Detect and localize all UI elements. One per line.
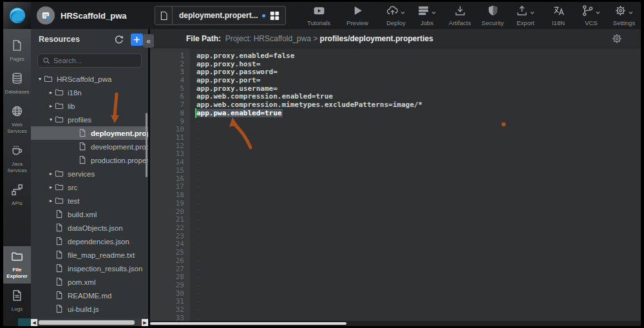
tree-item-deployment.properties[interactable]: deployment.properties: [31, 126, 148, 140]
code-line-5[interactable]: 5app.proxy.username=: [150, 84, 641, 93]
tree-item-dataObjects.json[interactable]: dataObjects.json: [31, 221, 148, 235]
artifacts-button[interactable]: Artifacts: [446, 5, 474, 26]
code-line-27[interactable]: 27-: [150, 265, 641, 273]
settings-button[interactable]: Settings: [610, 5, 638, 26]
code-line-9[interactable]: 9-: [150, 117, 641, 126]
code-line-22[interactable]: 22-: [150, 224, 641, 232]
chevron-right-icon[interactable]: ▸: [47, 90, 55, 95]
code-line-15[interactable]: 15-: [150, 166, 641, 175]
code-line-30[interactable]: 30-: [150, 289, 641, 298]
code-line-8[interactable]: 8app.pwa.enabled=true: [150, 109, 641, 117]
search-input[interactable]: [53, 57, 137, 64]
chevron-down-icon[interactable]: ▾: [47, 117, 55, 122]
tree-item-label: services: [68, 170, 95, 178]
code-line-24[interactable]: 24-: [150, 240, 641, 249]
line-number: 17: [150, 182, 190, 191]
resources-panel: Resources ▾HRScaffold_pwa▸i18: [31, 29, 148, 326]
tree-item-i18n[interactable]: ▸i18n: [31, 86, 148, 99]
code-line-13[interactable]: 13-: [150, 150, 641, 159]
chevron-down-icon[interactable]: ▾: [36, 76, 44, 82]
refresh-icon[interactable]: [113, 34, 124, 45]
code-line-28[interactable]: 28-: [150, 273, 641, 281]
code-line-23[interactable]: 23-: [150, 232, 641, 240]
tree-item-file_map_readme.txt[interactable]: file_map_readme.txt: [31, 248, 148, 262]
wavemaker-logo-icon: [8, 6, 27, 25]
tree-vertical-scrollbar[interactable]: [146, 113, 147, 177]
tree-item-test[interactable]: ▸test: [31, 194, 148, 207]
file-icon: [55, 277, 68, 287]
code-line-17[interactable]: 17-: [150, 183, 641, 191]
app-logo[interactable]: [3, 2, 31, 29]
code-line-16[interactable]: 16-: [150, 175, 641, 183]
tree-item-services[interactable]: ▸services: [31, 167, 148, 180]
code-line-21[interactable]: 21-: [150, 215, 641, 224]
sidebar-item-apis[interactable]: APIs: [3, 180, 31, 211]
chevron-right-icon[interactable]: ▸: [47, 184, 55, 190]
code-line-19[interactable]: 19-: [150, 199, 641, 207]
grid-icon[interactable]: [269, 10, 280, 21]
sidebar-item-web-services[interactable]: WebServices: [3, 101, 31, 139]
code-line-12[interactable]: 12-: [150, 142, 641, 150]
vcs-button[interactable]: VCS: [577, 5, 605, 26]
tree-item-build.xml[interactable]: build.xml: [31, 207, 148, 221]
scroll-left-icon[interactable]: ◀: [31, 319, 37, 326]
code-line-4[interactable]: 4app.proxy.port=: [150, 76, 641, 84]
tree-horizontal-scrollbar[interactable]: ◀ ▶: [31, 319, 148, 326]
add-resource-button[interactable]: [131, 34, 143, 46]
code-line-32[interactable]: 32-: [150, 305, 641, 314]
code-line-20[interactable]: 20-: [150, 207, 641, 216]
open-file-tab[interactable]: deployment.propert...: [155, 6, 286, 25]
line-number: 2: [150, 60, 190, 68]
export-button[interactable]: Export: [511, 5, 540, 26]
tree-item-ui-build.js[interactable]: ui-build.js: [31, 302, 148, 316]
code-area[interactable]: 1app.proxy.enabled=false2app.proxy.host=…: [150, 48, 641, 326]
code-line-2[interactable]: 2app.proxy.host=: [150, 60, 641, 68]
sidebar-item-databases[interactable]: Databases: [3, 68, 31, 99]
scroll-thumb[interactable]: [39, 320, 135, 325]
sidebar-item-pages[interactable]: Pages: [3, 35, 31, 66]
chevron-right-icon[interactable]: ▸: [47, 103, 55, 109]
action-label: Jobs: [421, 19, 433, 26]
tree-item-HRScaffold_pwa[interactable]: ▾HRScaffold_pwa: [31, 72, 148, 86]
code-line-29[interactable]: 29-: [150, 281, 641, 289]
tree-item-src[interactable]: ▸src: [31, 180, 148, 194]
code-line-10[interactable]: 10-: [150, 125, 641, 133]
code-line-25[interactable]: 25-: [150, 248, 641, 256]
file-icon: [78, 142, 91, 152]
code-line-31[interactable]: 31-: [150, 298, 641, 306]
code-line-3[interactable]: 3app.proxy.password=: [150, 68, 641, 76]
code-line-11[interactable]: 11-: [150, 133, 641, 142]
security-button[interactable]: Security: [478, 5, 507, 26]
tree-item-README.md[interactable]: README.md: [31, 289, 148, 302]
jobs-button[interactable]: Jobs: [413, 5, 441, 26]
action-label: Tutorials: [307, 19, 330, 26]
tree-item-pom.xml[interactable]: pom.xml: [31, 275, 148, 289]
project-switcher[interactable]: HRScaffold_pwa: [37, 6, 127, 24]
code-line-1[interactable]: 1app.proxy.enabled=false: [150, 52, 641, 60]
editor-settings-gear-icon[interactable]: [611, 33, 623, 44]
tree-item-development.properties[interactable]: development.properties: [31, 140, 148, 153]
editor-horizontal-scrollbar[interactable]: [150, 321, 641, 326]
sidebar-item-java-services[interactable]: JavaServices: [3, 140, 31, 178]
scroll-thumb[interactable]: [150, 322, 346, 325]
sidebar-item-file-explorer[interactable]: FileExplorer: [3, 246, 31, 284]
tree-item-profiles[interactable]: ▾profiles: [31, 113, 148, 126]
tree-item-inspection_results.json[interactable]: inspection_results.json: [31, 262, 148, 275]
tree-item-lib[interactable]: ▸lib: [31, 99, 148, 113]
code-line-18[interactable]: 18-: [150, 191, 641, 199]
tree-item-dependencies.json[interactable]: dependencies.json: [31, 235, 148, 248]
tree-item-production.properties[interactable]: production.properties: [31, 153, 148, 167]
deploy-button[interactable]: Deploy: [382, 5, 410, 26]
i18n-button[interactable]: I18N: [544, 5, 573, 26]
collapse-panel-button[interactable]: «: [143, 34, 154, 48]
code-line-14[interactable]: 14-: [150, 158, 641, 166]
code-line-6[interactable]: 6app.web.compression.enabled=true: [150, 93, 641, 101]
code-line-26[interactable]: 26-: [150, 256, 641, 265]
sidebar-item-logs[interactable]: Logs: [3, 285, 31, 316]
code-line-7[interactable]: 7app.web.compression.mimetypes.excludePa…: [150, 101, 641, 109]
tutorials-button[interactable]: Tutorials: [305, 5, 333, 26]
scroll-right-icon[interactable]: ▶: [142, 319, 148, 326]
preview-button[interactable]: Preview: [343, 5, 372, 26]
chevron-right-icon[interactable]: ▸: [47, 171, 55, 177]
chevron-right-icon[interactable]: ▸: [47, 198, 55, 204]
